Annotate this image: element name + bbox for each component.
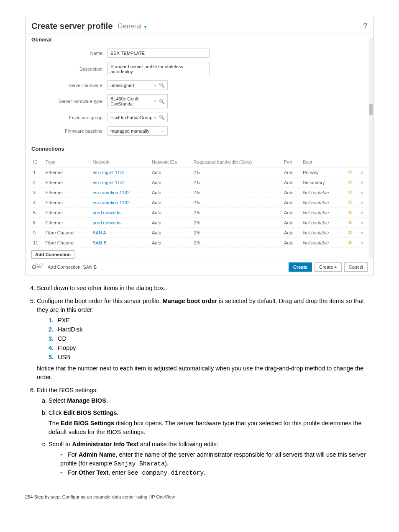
server-hardware-label: Server hardware (31, 83, 107, 88)
server-hardware-type-input[interactable]: BL460c Gen8 EsxStanda × 🔍 (107, 94, 168, 108)
network-link[interactable]: SAN A (91, 228, 150, 238)
list-item: 3.CD (49, 334, 374, 343)
network-link[interactable]: SAN B (91, 238, 150, 248)
col-type: Type (44, 157, 91, 167)
chevron-down-icon: ▼ (143, 25, 147, 29)
list-item: 1.PXE (49, 316, 374, 325)
bullet-other-text: For Other Text, enter See company direct… (60, 468, 374, 478)
network-link[interactable]: esxi vmotion 1132 (91, 198, 150, 208)
chevron-down-icon: ⌄ (161, 129, 165, 133)
bullet-admin-name: For Admin Name, enter the name of the se… (60, 450, 374, 468)
table-row: 6Ethernetprod networksAuto2.5AutoNot boo… (31, 218, 368, 228)
firmware-baseline-label: Firmware baseline (31, 129, 107, 134)
help-icon[interactable]: ? (363, 22, 368, 31)
close-icon[interactable]: × (356, 177, 368, 188)
description-input[interactable]: Standard server profile for stateless au… (107, 62, 210, 76)
create-server-profile-dialog: Create server profile General▼ ? General… (25, 17, 374, 275)
scrollbar-thumb[interactable] (369, 104, 373, 115)
close-icon[interactable]: × (356, 238, 368, 248)
clear-icon[interactable]: × (154, 83, 156, 88)
create-plus-button[interactable]: Create + (315, 262, 342, 272)
connections-table: ID Type Network Network IDs Requested ba… (31, 157, 368, 248)
col-network-ids: Network IDs (150, 157, 192, 167)
dialog-title: Create server profile (31, 21, 113, 31)
search-icon[interactable]: 🔍 (159, 99, 165, 104)
search-icon[interactable]: 🔍 (159, 82, 165, 88)
table-row: 3Ethernetesxi vmotion 1132Auto2.5AutoNot… (31, 188, 368, 198)
network-link[interactable]: esxi mgmt 1131 (91, 177, 150, 188)
col-boot: Boot (301, 157, 344, 167)
gear-icon[interactable]: ⚙ (344, 228, 356, 238)
section-dropdown[interactable]: General▼ (118, 23, 148, 30)
gear-icon[interactable]: ⚙ (344, 238, 356, 248)
page-footer: 254 Step by step: Configuring an example… (25, 494, 374, 499)
step-4: Scroll down to see other items in the di… (37, 284, 374, 293)
step-6: Edit the BIOS settings: Select Manage BI… (37, 386, 374, 478)
list-item: 2.HardDisk (49, 325, 374, 334)
dialog-header: Create server profile General▼ ? (26, 17, 373, 34)
add-connection-button[interactable]: Add Connection (31, 250, 74, 259)
close-icon[interactable]: × (356, 188, 368, 198)
gear-icon[interactable]: ⚙ (344, 198, 356, 208)
step-6b: Click Edit BIOS Settings. The Edit BIOS … (49, 409, 374, 437)
list-item: 5.USB (49, 353, 374, 362)
table-row: 5Ethernetprod networksAuto2.5AutoNot boo… (31, 208, 368, 218)
description-label: Description (31, 67, 107, 72)
close-icon[interactable]: × (356, 198, 368, 208)
general-section-label: General (26, 34, 373, 45)
gear-icon[interactable]: ⚙ (344, 177, 356, 188)
boot-order-list: 1.PXE2.HardDisk3.CD4.Floppy5.USB (37, 316, 374, 362)
document-body: Scroll down to see other items in the di… (25, 284, 374, 478)
col-bandwidth: Requested bandwidth (Gb/s) (192, 157, 282, 167)
name-label: Name (31, 51, 107, 56)
server-hardware-type-label: Server hardware type (31, 99, 107, 104)
table-row: 2Ethernetesxi mgmt 1131Auto2.5AutoSecond… (31, 177, 368, 188)
network-link[interactable]: prod networks (91, 208, 150, 218)
col-network: Network (91, 157, 150, 167)
close-icon[interactable]: × (356, 228, 368, 238)
close-icon[interactable]: × (356, 208, 368, 218)
clear-icon[interactable]: × (154, 115, 156, 120)
status-count: 11 (35, 263, 43, 268)
close-icon[interactable]: × (356, 218, 368, 228)
enclosure-group-input[interactable]: EsxFlexFabricGroup × 🔍 (107, 113, 168, 122)
step-5: Configure the boot order for this server… (37, 297, 374, 382)
server-hardware-input[interactable]: unassigned × 🔍 (107, 80, 168, 90)
gear-icon[interactable]: ⚙ (344, 167, 356, 177)
gear-icon[interactable]: ⚙11 (31, 264, 44, 270)
col-id: ID (31, 157, 44, 167)
gear-icon[interactable]: ⚙ (344, 208, 356, 218)
gear-icon[interactable]: ⚙ (344, 188, 356, 198)
dialog-footer: ⚙11 Add Connection: SAN B Create Create … (26, 259, 373, 275)
network-link[interactable]: esxi mgmt 1131 (91, 167, 150, 177)
enclosure-group-label: Enclosure group (31, 115, 107, 120)
scrollbar[interactable] (369, 38, 373, 258)
table-row: 11Fibre ChannelSAN BAuto2.5AutoNot boota… (31, 238, 368, 248)
close-icon[interactable]: × (356, 167, 368, 177)
list-item: 4.Floppy (49, 344, 374, 352)
create-button[interactable]: Create (289, 262, 312, 272)
search-icon[interactable]: 🔍 (159, 115, 165, 120)
footer-status-text: Add Connection: SAN B (48, 265, 97, 270)
cancel-button[interactable]: Cancel (344, 262, 368, 272)
network-link[interactable]: prod networks (91, 218, 150, 228)
general-form: Name ESX TEMPLATE Description Standard s… (26, 45, 373, 143)
table-row: 4Ethernetesxi vmotion 1132Auto2.5AutoNot… (31, 198, 368, 208)
network-link[interactable]: esxi vmotion 1132 (91, 188, 150, 198)
table-row: 1Ethernetesxi mgmt 1131Auto2.5AutoPrimar… (31, 167, 368, 177)
firmware-baseline-select[interactable]: managed manually ⌄ (107, 126, 168, 136)
connections-section-label: Connections (26, 143, 373, 154)
step-6a: Select Manage BIOS. (49, 396, 374, 405)
table-row: 9Fibre ChannelSAN AAuto2.5AutoNot bootab… (31, 228, 368, 238)
name-input[interactable]: ESX TEMPLATE (107, 49, 210, 58)
clear-icon[interactable]: × (154, 99, 156, 104)
col-port: Port (282, 157, 301, 167)
gear-icon[interactable]: ⚙ (344, 218, 356, 228)
step-6c: Scroll to Administrator Info Text and ma… (49, 440, 374, 478)
